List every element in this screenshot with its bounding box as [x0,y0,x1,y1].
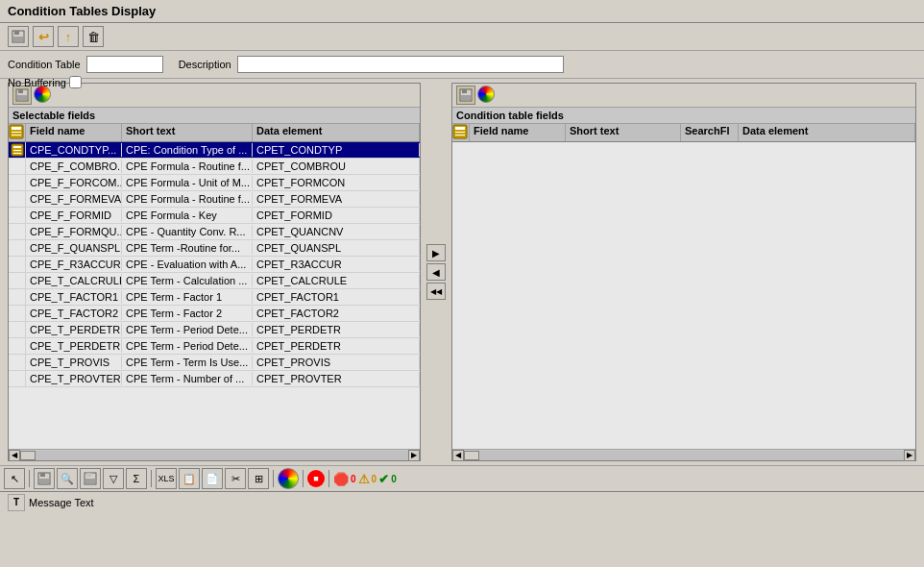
left-table-row[interactable]: CPE_F_R3ACCUR...CPE - Evaluation with A.… [9,257,420,273]
move-left-button[interactable]: ◀ [426,263,446,281]
row-select-icon [9,273,26,288]
left-table-row[interactable]: CPE_F_FORMIDCPE Formula - KeyCPET_FORMID [9,208,420,224]
cell-shorttext: CPE - Evaluation with A... [122,258,253,271]
cell-dataelement: CPET_FORMEVA [253,192,420,206]
left-panel: Selectable fields Field name Short text … [8,83,421,461]
right-scrollbar[interactable]: ◀ ▶ [452,449,915,460]
left-table-row[interactable]: CPE_T_FACTOR1CPE Term - Factor 1CPET_FAC… [9,289,420,306]
sum-button[interactable]: Σ [126,468,147,489]
cell-fieldname: CPE_F_FORMID [26,209,122,222]
no-buffering-checkbox[interactable] [69,76,82,88]
cell-dataelement: CPET_FACTOR2 [253,307,420,320]
right-col-shorttext: Short text [566,124,681,141]
svg-rect-7 [12,127,21,130]
svg-rect-5 [17,95,27,100]
find-button[interactable]: 🔍 [57,468,78,489]
left-table-row[interactable]: CPE_T_FACTOR2CPE Term - Factor 2CPET_FAC… [9,306,420,322]
left-table-row[interactable]: CPE_F_COMBRO...CPE Formula - Routine f..… [9,159,420,175]
status-bar: T Message Text [0,491,924,512]
row-select-icon [9,322,26,337]
pointer-button[interactable]: ↖ [4,468,25,489]
main-content: Selectable fields Field name Short text … [0,79,924,465]
cell-fieldname: CPE_T_PERDETR... [26,339,122,353]
svg-rect-11 [13,146,21,148]
svg-rect-19 [455,132,465,133]
move-right-button[interactable]: ▶ [426,244,446,261]
cell-dataelement: CPET_FACTOR1 [253,290,420,304]
copy-button[interactable]: 📋 [179,468,200,489]
save-btn2[interactable] [34,468,55,489]
left-table-row[interactable]: CPE_F_FORMQU...CPE - Quantity Conv. R...… [9,224,420,240]
cell-fieldname: CPE_F_FORMEVA... [26,192,122,206]
left-table-row[interactable]: CPE_T_CALCRULECPE Term - Calculation ...… [9,273,420,289]
svg-rect-1 [14,31,19,35]
cell-dataelement: CPET_CALCRULE [253,274,420,287]
left-table-row[interactable]: CPE_T_PERDETR...CPE Term - Period Dete..… [9,322,420,338]
left-table-row[interactable]: CPE_F_QUANSPL...CPE Term -Routine for...… [9,240,420,257]
svg-rect-15 [462,89,467,93]
row-select-icon [9,338,26,354]
left-table-row[interactable]: CPE_T_PROVTER...CPE Term - Number of ...… [9,371,420,387]
cell-shorttext: CPE Term -Routine for... [122,241,253,255]
row-select-icon [9,257,26,272]
right-scroll-btn[interactable] [464,451,479,460]
svg-rect-23 [39,479,49,483]
stop-button[interactable]: ■ [307,470,325,487]
floppy-button[interactable] [80,468,101,489]
save-button[interactable] [8,26,29,47]
left-scrollbar[interactable]: ◀ ▶ [9,449,420,460]
main-toolbar: © www.tutorialkart.com ↩ ↑ 🗑 [0,23,924,51]
right-panel-color-icon[interactable] [477,86,495,103]
left-scroll-right[interactable]: ▶ [408,450,420,461]
row-select-icon [9,289,26,305]
cell-fieldname: CPE_T_PROVIS [26,356,122,369]
cell-shorttext: CPE - Quantity Conv. R... [122,225,253,238]
cut-button[interactable]: ✂ [225,468,246,489]
right-table-body [452,142,915,449]
color-picker-button[interactable] [278,468,299,489]
row-select-icon [9,240,26,256]
left-table-row[interactable]: CPE_T_PROVISCPE Term - Term Is Use...CPE… [9,355,420,371]
row-select-icon [9,175,26,190]
delete-button[interactable]: 🗑 [83,26,104,47]
svg-rect-20 [455,135,465,136]
right-scroll-left[interactable]: ◀ [452,450,464,461]
description-input[interactable] [237,56,564,73]
svg-rect-18 [455,127,465,130]
svg-rect-12 [13,150,21,151]
right-panel-toolbar [452,84,915,108]
cell-dataelement: CPET_QUANCNV [253,225,420,238]
excel-button[interactable]: XLS [156,468,177,489]
cell-fieldname: CPE_F_FORMQU... [26,225,122,238]
left-table-header: Field name Short text Data element [9,124,420,142]
move-all-left-button[interactable]: ◀◀ [426,283,446,300]
left-scroll-track [36,451,408,460]
title-bar: Condition Tables Display [0,0,924,23]
left-table-row[interactable]: CPE_T_PERDETR...CPE Term - Period Dete..… [9,338,420,355]
table-button[interactable]: ⊞ [248,468,269,489]
cell-shorttext: CPE Term - Factor 2 [122,307,253,320]
right-scroll-track [479,451,904,460]
right-panel-save-icon[interactable] [456,86,475,105]
header-icon [9,124,24,139]
row-select-icon [9,371,26,386]
cell-dataelement: CPET_COMBROU [253,160,420,173]
left-table-row[interactable]: CPE_F_FORCOM...CPE Formula - Unit of M..… [9,175,420,191]
row-select-icon [9,355,26,370]
left-table-row[interactable]: CPE_F_FORMEVA...CPE Formula - Routine f.… [9,191,420,208]
right-scroll-right[interactable]: ▶ [904,450,915,461]
left-scroll-left[interactable]: ◀ [9,450,20,461]
back-button[interactable]: ↩ [33,26,54,47]
paste-button[interactable]: 📄 [202,468,223,489]
left-col-shorttext: Short text [122,124,253,141]
left-table-row[interactable]: CPE_CONDTYP...CPE: Condition Type of ...… [9,142,420,159]
middle-arrows: ▶ ◀ ◀◀ [425,83,448,461]
left-panel-save-icon[interactable] [12,86,32,105]
condition-table-input[interactable] [86,56,163,73]
status-message: Message Text [29,497,94,508]
cell-dataelement: CPET_FORMCON [253,176,420,189]
filter-button[interactable]: ▽ [103,468,124,489]
left-scroll-btn[interactable] [20,451,36,460]
up-button[interactable]: ↑ [58,26,79,47]
cell-shorttext: CPE Formula - Routine f... [122,160,253,173]
